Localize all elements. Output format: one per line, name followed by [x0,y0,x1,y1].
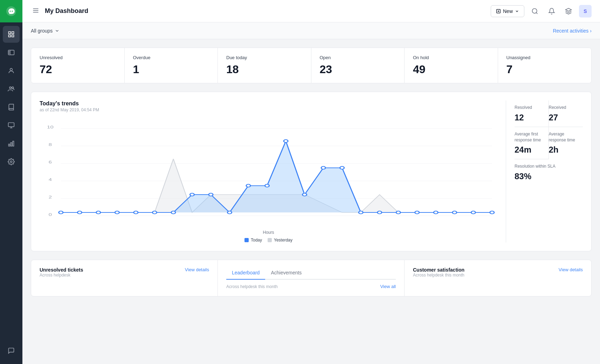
stat-value-due-today: 18 [226,63,303,76]
sidebar-item-reports[interactable] [3,117,20,134]
today-legend-color [244,238,249,242]
stat-card-due-today[interactable]: Due today 18 [218,48,311,83]
svg-point-77 [340,167,344,169]
trend-avg-first-response-label: Average firstresponse time [515,131,543,143]
chart-legend: Today Yesterday [40,238,497,243]
groups-filter-button[interactable]: All groups [31,28,60,34]
sidebar-item-analytics[interactable] [3,135,20,152]
sidebar-item-help[interactable] [3,342,20,359]
unresolved-card-header: Unresolved tickets Across helpdesk View … [40,267,209,278]
sidebar [0,0,22,364]
leaderboard-subheader: Across helpdesk this month View all [226,284,396,289]
leaderboard-view-all[interactable]: View all [380,284,396,289]
svg-rect-13 [11,143,12,146]
sidebar-item-dashboard[interactable] [3,26,20,43]
apps-button[interactable] [562,5,575,18]
sidebar-item-settings[interactable] [3,153,20,170]
sidebar-item-kb[interactable] [3,99,20,115]
svg-point-85 [490,211,494,214]
svg-text:8: 8 [49,142,52,147]
stat-value-overdue: 1 [133,63,209,76]
user-avatar[interactable]: S [579,5,592,18]
stat-card-overdue[interactable]: Overdue 1 [125,48,218,83]
sidebar-logo[interactable] [0,0,22,22]
stat-card-on-hold[interactable]: On hold 49 [405,48,498,83]
bottom-card-unresolved: Unresolved tickets Across helpdesk View … [31,260,218,296]
stat-label-unassigned: Unassigned [506,55,583,60]
svg-point-69 [190,193,194,196]
satisfaction-view-details[interactable]: View details [559,267,583,272]
satisfaction-card-title: Customer satisfaction [413,267,464,273]
svg-point-62 [59,211,63,214]
svg-rect-11 [8,123,14,127]
trends-stats: Resolved 12 Received 27 Average firstres… [506,100,583,243]
svg-point-80 [396,211,400,214]
stat-value-on-hold: 49 [413,63,489,76]
svg-text:2: 2 [49,195,52,199]
stat-label-overdue: Overdue [133,55,209,60]
leaderboard-subtitle: Across helpdesk this month [226,284,278,289]
svg-point-10 [12,87,14,89]
trends-title: Today's trends [40,100,497,107]
svg-text:6: 6 [49,160,52,164]
unresolved-view-details[interactable]: View details [185,267,209,272]
trend-sla-value: 83% [515,172,577,181]
new-button[interactable]: New [491,5,524,17]
sidebar-item-tickets[interactable] [3,44,20,61]
svg-point-8 [10,68,13,71]
svg-point-81 [415,211,419,214]
bottom-card-satisfaction: Customer satisfaction Across helpdesk th… [405,260,591,296]
trend-sla-label: Resolution within SLA [515,163,577,169]
search-button[interactable] [529,5,541,18]
hamburger-button[interactable] [31,6,41,16]
leaderboard-tabs: Leaderboard Achievements [226,267,396,280]
svg-rect-14 [13,141,14,146]
svg-point-82 [434,211,438,214]
stat-card-unresolved[interactable]: Unresolved 72 [31,48,125,83]
svg-point-66 [134,211,138,214]
sidebar-item-contacts[interactable] [3,62,20,79]
trend-avg-first-response-value: 24m [515,145,543,155]
svg-point-22 [532,8,537,13]
satisfaction-card-header: Customer satisfaction Across helpdesk th… [413,267,583,278]
svg-text:10: 10 [47,125,54,129]
svg-point-71 [227,211,232,214]
stat-card-open[interactable]: Open 23 [311,48,405,83]
svg-rect-7 [8,50,14,55]
legend-yesterday: Yesterday [268,238,292,243]
svg-point-83 [453,211,457,214]
svg-rect-6 [12,35,14,37]
svg-rect-4 [12,32,14,34]
bottom-card-leaderboard: Leaderboard Achievements Across helpdesk… [218,260,405,296]
recent-activities-link[interactable]: Recent activities › [553,28,592,34]
svg-point-75 [303,193,307,196]
svg-point-2 [12,11,13,12]
notifications-button[interactable] [545,5,558,18]
svg-point-67 [152,211,157,214]
svg-rect-5 [9,35,11,37]
sidebar-bottom [3,337,20,364]
trend-avg-response-value: 2h [549,145,578,155]
svg-point-15 [11,161,12,163]
trend-received-value: 27 [549,113,578,122]
stat-label-on-hold: On hold [413,55,489,60]
stat-label-open: Open [320,55,396,60]
unresolved-card-subtitle: Across helpdesk [40,273,83,278]
sidebar-item-groups[interactable] [3,80,20,97]
today-legend-label: Today [251,238,262,243]
stat-card-unassigned[interactable]: Unassigned 7 [498,48,592,83]
svg-point-78 [359,211,363,214]
sidebar-navigation [3,22,20,337]
tab-leaderboard[interactable]: Leaderboard [226,267,265,280]
trends-section: Today's trends as of 22nd May 2019, 04:5… [31,92,592,251]
svg-text:0: 0 [49,212,52,216]
satisfaction-card-titles: Customer satisfaction Across helpdesk th… [413,267,464,278]
svg-point-63 [77,211,82,214]
svg-point-70 [209,193,213,196]
svg-point-9 [9,87,11,89]
bottom-grid: Unresolved tickets Across helpdesk View … [31,260,592,296]
unresolved-card-titles: Unresolved tickets Across helpdesk [40,267,83,278]
tab-achievements[interactable]: Achievements [265,267,307,280]
chart-wrapper: 0 2 4 6 8 10 01234567891011121314151617 [40,118,497,230]
trend-resolved-label: Resolved [515,105,543,111]
